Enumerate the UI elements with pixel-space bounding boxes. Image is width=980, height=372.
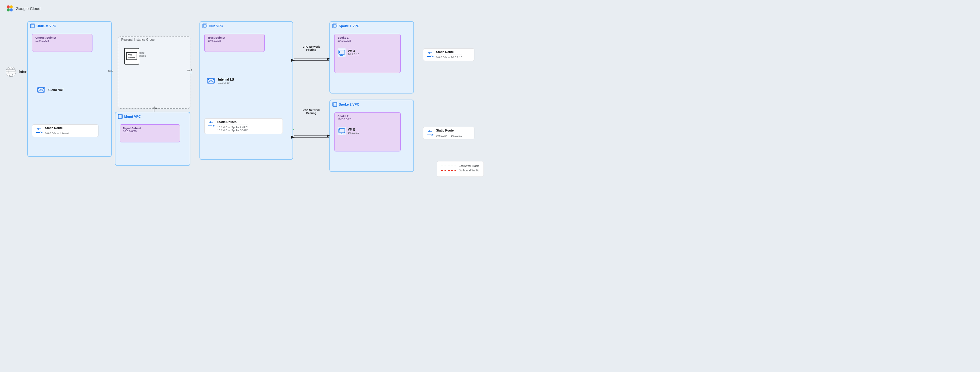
svg-rect-44 [333,24,336,27]
svg-point-49 [339,51,340,52]
cloud-nat-icon [36,85,46,95]
internal-lb-icon [206,76,216,85]
trust-subnet: Trust Subnet 10.0.2.0/28 [204,34,265,52]
cloud-nat-label: Cloud NAT [48,89,64,92]
legend-red-line [441,170,456,171]
legend-green-line [441,166,456,166]
peering-label-2: VPC NetworkPeering [298,109,325,115]
rig-label: Regional Instance Group [118,36,190,43]
vm-series-box: VM-Series [124,48,139,65]
vpc-icon-mgmt [118,114,123,119]
nic2-label: nic2 [187,69,192,72]
svg-point-40 [213,79,214,80]
svg-point-41 [208,82,209,83]
vm-b-label: VM B [348,128,359,131]
hub-vpc-label: Hub VPC [200,22,293,30]
route-icon-untrust [35,127,43,134]
mgmt-vpc-label: Mgmt VPC [115,112,190,120]
google-cloud-logo-icon [5,4,14,13]
internet-icon [5,66,16,77]
mgmt-vpc: Mgmt VPC Mgmt Subnet 10.0.0.0/28 [115,112,190,166]
hub-vpc: Hub VPC Trust Subnet 10.0.2.0/28 Interna… [199,21,293,160]
internal-lb-cidr: 10.0.2.10 [218,81,234,84]
spoke2-subnet: Spoke 2 10.2.0.0/28 VM B 10.2.0.10 [334,112,401,152]
peering-text-2: VPC NetworkPeering [298,109,325,115]
untrust-subnet: Untrust Subnet 10.0.1.0/28 [32,34,92,52]
nic0-label: nic0 [108,70,113,73]
svg-point-1 [10,5,13,8]
svg-point-2 [6,8,10,11]
svg-point-58 [339,131,340,131]
peering-label-1: VPC NetworkPeering [298,45,325,51]
legend-outbound: Outbound Traffic [441,169,479,172]
vm-a-label: VM A [348,49,359,53]
svg-point-57 [339,130,340,130]
spoke2-vpc: Spoke 2 VPC Spoke 2 10.2.0.0/28 VM B 10.… [329,100,414,172]
svg-point-0 [6,5,10,8]
spoke1-vpc-label: Spoke 1 VPC [330,22,414,30]
vpc-icon-spoke2 [332,102,337,107]
cloud-nat: Cloud NAT [36,85,64,95]
regional-instance-group: Regional Instance Group VM-Series VM-Ser… [118,36,190,109]
hub-static-routes: Static Routes 10.1.0.0 → Spoke A VPC 10.… [204,118,283,134]
spoke2-vpc-label: Spoke 2 VPC [330,100,414,108]
svg-point-28 [38,91,39,92]
svg-point-3 [10,8,13,11]
google-cloud-logo: Google Cloud [5,4,40,13]
nic1-label: nic1 [153,106,158,109]
svg-point-42 [213,82,214,83]
vpc-icon-untrust [30,24,35,28]
legend-east-west: East/West Traffic [441,165,479,168]
svg-point-26 [38,89,39,89]
svg-point-27 [43,89,44,89]
spoke1-subnet: Spoke 1 10.1.0.0/28 VM A 10.1.0.10 [334,34,401,73]
header: Google Cloud [5,4,40,13]
vpc-icon-hub [202,24,207,28]
route-icon-spoke2 [426,130,434,137]
untrust-static-route: Static Route 0.0.0.0/0 → Internet [32,124,99,137]
svg-rect-21 [31,24,34,27]
internal-lb: Internal LB 10.0.2.10 [206,76,234,85]
untrust-vpc: Untrust VPC Untrust Subnet 10.0.1.0/28 C… [27,21,112,157]
legend-outbound-label: Outbound Traffic [459,169,479,172]
internal-lb-label: Internal LB [218,78,234,81]
vm-a-icon [337,48,346,57]
vm-b: VM B 10.2.0.10 [337,127,398,135]
svg-point-50 [339,52,340,53]
vm-series-badge: VM-Series [126,52,137,60]
legend-east-west-label: East/West Traffic [459,165,479,168]
vm-b-cidr: 10.2.0.10 [348,131,359,134]
vm-a: VM A 10.1.0.10 [337,48,398,57]
svg-rect-34 [204,24,207,27]
untrust-vpc-label: Untrust VPC [28,22,111,30]
logo-text: Google Cloud [16,6,40,11]
spoke1-vpc: Spoke 1 VPC Spoke 1 10.1.0.0/28 VM A 10.… [329,21,414,93]
svg-rect-32 [119,115,122,118]
route-icon-spoke1 [426,51,434,58]
spoke2-static-route: Static Route 0.0.0.0/0 → 10.0.2.10 [423,127,474,139]
hub-static-route2: 10.2.0.0 → Spoke B VPC [217,129,248,132]
spoke1-static-route: Static Route 0.0.0.0/0 → 10.0.2.10 [423,48,474,61]
vm-series-container: VM-Series VM-Series Compute Engine Multi… [124,48,146,57]
svg-point-39 [208,79,209,80]
vpc-icon-spoke1 [332,24,337,28]
route-icon-hub [208,120,215,128]
legend: East/West Traffic Outbound Traffic [437,161,484,177]
vm-a-cidr: 10.1.0.10 [348,53,359,56]
svg-rect-52 [333,103,336,106]
mgmt-subnet: Mgmt Subnet 10.0.0.0/28 [120,124,180,142]
vm-b-icon [337,127,346,135]
svg-point-29 [43,91,44,92]
peering-text-1: VPC NetworkPeering [298,45,325,51]
